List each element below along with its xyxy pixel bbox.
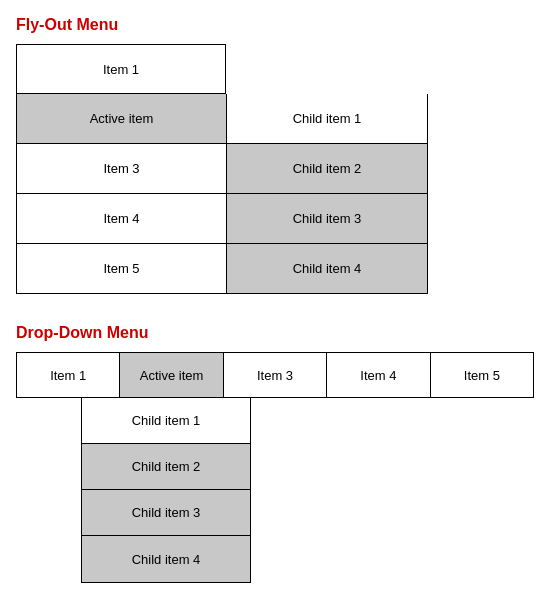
dropdown-panel-wrapper: Child item 1 Child item 2 Child item 3 C…	[16, 398, 534, 583]
flyout-body: Active item Item 3 Item 4 Item 5 Child i…	[16, 94, 534, 294]
flyout-child2[interactable]: Child item 2	[227, 144, 427, 194]
dropdown-child1[interactable]: Child item 1	[82, 398, 250, 444]
dropdown-navbar: Item 1 Active item Item 3 Item 4 Item 5	[16, 352, 534, 398]
dropdown-title: Drop-Down Menu	[16, 324, 534, 342]
flyout-child1[interactable]: Child item 1	[227, 94, 427, 144]
dropdown-offset-spacer	[16, 398, 81, 583]
dropdown-item4[interactable]: Item 4	[327, 353, 430, 397]
dropdown-item5[interactable]: Item 5	[431, 353, 533, 397]
flyout-item4[interactable]: Item 4	[17, 194, 227, 244]
flyout-child4[interactable]: Child item 4	[227, 244, 427, 294]
dropdown-item1[interactable]: Item 1	[17, 353, 120, 397]
dropdown-child2[interactable]: Child item 2	[82, 444, 250, 490]
flyout-left-col: Active item Item 3 Item 4 Item 5	[16, 94, 227, 294]
dropdown-child3[interactable]: Child item 3	[82, 490, 250, 536]
flyout-item3[interactable]: Item 3	[17, 144, 227, 194]
dropdown-active-item[interactable]: Active item	[120, 353, 223, 397]
flyout-item1[interactable]: Item 1	[16, 44, 226, 94]
flyout-active-item[interactable]: Active item	[17, 94, 227, 144]
flyout-title: Fly-Out Menu	[16, 16, 534, 34]
flyout-menu-section: Fly-Out Menu Item 1 Active item Item 3 I…	[16, 16, 534, 294]
flyout-child3[interactable]: Child item 3	[227, 194, 427, 244]
dropdown-panel: Child item 1 Child item 2 Child item 3 C…	[81, 398, 251, 583]
dropdown-menu-section: Drop-Down Menu Item 1 Active item Item 3…	[16, 324, 534, 583]
flyout-item1-row: Item 1	[16, 44, 534, 94]
flyout-right-col: Child item 1 Child item 2 Child item 3 C…	[227, 94, 428, 294]
dropdown-item3[interactable]: Item 3	[224, 353, 327, 397]
dropdown-child4[interactable]: Child item 4	[82, 536, 250, 582]
flyout-menu: Item 1 Active item Item 3 Item 4 Item 5	[16, 44, 534, 294]
flyout-item5[interactable]: Item 5	[17, 244, 227, 294]
